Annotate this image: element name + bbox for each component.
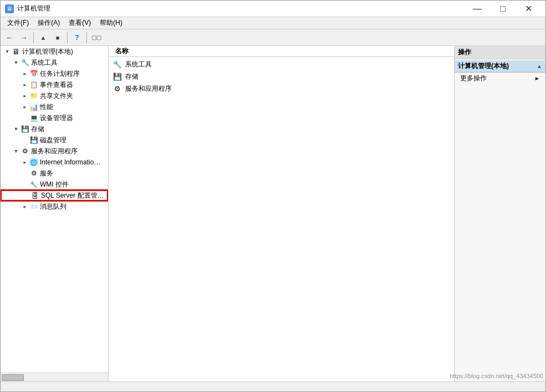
menu-help[interactable]: 帮助(H) xyxy=(95,17,127,29)
tree-item-diskmgr[interactable]: 💾 磁盘管理 xyxy=(1,135,108,146)
expand-event: ► xyxy=(20,80,29,89)
tree-item-msgqueue[interactable]: ► 📨 消息队列 xyxy=(1,201,108,212)
tree-item-svc[interactable]: ⚙ 服务 xyxy=(1,168,108,179)
label-systools: 系统工具 xyxy=(31,58,58,68)
tree-item-iis[interactable]: ► 🌐 Internet Information S xyxy=(1,157,108,168)
expand-storage: ▼ xyxy=(12,125,20,133)
label-devmgr: 设备管理器 xyxy=(40,114,73,123)
expand-svcapp: ▼ xyxy=(12,147,20,156)
label-shared: 共享文件夹 xyxy=(40,91,73,101)
list-item-systools[interactable]: 🔧 系统工具 xyxy=(109,58,454,70)
expand-sqlserver xyxy=(22,191,30,200)
right-action-more[interactable]: 更多操作 ► xyxy=(455,73,545,84)
label-perf: 性能 xyxy=(40,102,53,112)
left-panel: ▼ 🖥 计算机管理(本地) ▼ 🔧 系统工具 ► 📅 任务计划程序 xyxy=(1,46,109,381)
label-storage: 存储 xyxy=(31,125,44,134)
label-iis: Internet Information S xyxy=(40,158,101,166)
list-label-storage: 存储 xyxy=(125,72,138,81)
right-section-title: 计算机管理(本地) ▲ xyxy=(455,60,545,73)
toolbar-separator-3 xyxy=(86,32,87,43)
icon-task: 📅 xyxy=(29,69,38,78)
tree-item-storage[interactable]: ▼ 💾 存储 xyxy=(1,123,108,135)
icon-msgqueue: 📨 xyxy=(29,202,38,211)
label-svcapp: 服务和应用程序 xyxy=(31,147,78,156)
expand-svc xyxy=(20,169,29,178)
expand-perf: ► xyxy=(20,102,29,111)
help-button[interactable]: ? xyxy=(70,31,84,44)
tree-item-svcapp[interactable]: ▼ ⚙ 服务和应用程序 xyxy=(1,146,108,157)
list-label-systools: 系统工具 xyxy=(125,60,152,69)
list-item-svcapp[interactable]: ⚙ 服务和应用程序 xyxy=(109,82,454,95)
tree-item-root[interactable]: ▼ 🖥 计算机管理(本地) xyxy=(1,46,108,57)
icon-sqlserver: 🗄 xyxy=(30,191,39,200)
tree-item-sqlserver[interactable]: 🗄 SQL Server 配置管理器 xyxy=(1,190,108,201)
window-title: 计算机管理 xyxy=(17,4,465,13)
menu-action[interactable]: 操作(A) xyxy=(33,17,64,29)
right-action-more-arrow: ► xyxy=(534,75,540,81)
icon-perf: 📊 xyxy=(29,102,38,111)
expand-msgqueue: ► xyxy=(20,202,29,211)
menu-file[interactable]: 文件(F) xyxy=(3,17,33,29)
icon-shared: 📁 xyxy=(29,91,38,100)
up-button[interactable]: ▲ xyxy=(37,31,50,44)
icon-svc: ⚙ xyxy=(29,169,38,178)
label-root: 计算机管理(本地) xyxy=(22,47,73,56)
icon-systools: 🔧 xyxy=(20,58,29,67)
icon-storage: 💾 xyxy=(20,125,29,133)
icon-event: 📋 xyxy=(29,80,38,89)
tree-item-systools[interactable]: ▼ 🔧 系统工具 xyxy=(1,57,108,68)
tree-item-shared[interactable]: ► 📁 共享文件夹 xyxy=(1,90,108,101)
right-panel: 操作 计算机管理(本地) ▲ 更多操作 ► xyxy=(454,46,545,381)
expand-shared: ► xyxy=(20,91,29,100)
label-diskmgr: 磁盘管理 xyxy=(40,136,66,145)
menu-bar: 文件(F) 操作(A) 查看(V) 帮助(H) xyxy=(1,17,545,29)
label-msgqueue: 消息队列 xyxy=(40,202,66,212)
right-action-more-label: 更多操作 xyxy=(460,74,487,83)
expand-devmgr xyxy=(20,114,29,122)
expand-iis: ► xyxy=(20,158,29,167)
tree-item-perf[interactable]: ► 📊 性能 xyxy=(1,101,108,112)
close-button[interactable]: ✕ xyxy=(516,1,541,17)
maximize-button[interactable]: □ xyxy=(490,1,516,17)
view-button[interactable]: ▢▢ xyxy=(90,31,103,44)
right-section-title-text: 计算机管理(本地) xyxy=(458,61,509,71)
tree-item-wmi[interactable]: 🔧 WMI 控件 xyxy=(1,179,108,190)
tree-item-devmgr[interactable]: 💻 设备管理器 xyxy=(1,112,108,123)
list-item-storage[interactable]: 💾 存储 xyxy=(109,70,454,82)
scroll-thumb[interactable] xyxy=(2,374,24,381)
center-content: 🔧 系统工具 💾 存储 ⚙ 服务和应用程序 xyxy=(109,57,454,381)
forward-button[interactable]: → xyxy=(17,31,30,44)
icon-wmi: 🔧 xyxy=(29,180,38,189)
icon-root: 🖥 xyxy=(12,47,20,56)
tree-item-event[interactable]: ► 📋 事件查看器 xyxy=(1,79,108,90)
title-bar: 🖥 计算机管理 — □ ✕ xyxy=(1,1,545,17)
col-header-name: 名称 xyxy=(111,46,133,57)
menu-view[interactable]: 查看(V) xyxy=(64,17,95,29)
list-label-svcapp: 服务和应用程序 xyxy=(125,84,172,94)
label-event: 事件查看器 xyxy=(40,80,73,90)
left-panel-scrollbar[interactable] xyxy=(1,373,108,381)
minimize-button[interactable]: — xyxy=(465,1,490,17)
back-button[interactable]: ← xyxy=(3,31,16,44)
toolbar-separator-2 xyxy=(67,32,68,43)
show-hide-button[interactable]: ■ xyxy=(51,31,64,44)
tree-item-task[interactable]: ► 📅 任务计划程序 xyxy=(1,68,108,79)
center-panel: 名称 🔧 系统工具 💾 存储 ⚙ 服务和应用程序 xyxy=(109,46,454,381)
right-section-main: 计算机管理(本地) ▲ 更多操作 ► xyxy=(455,59,545,85)
expand-wmi xyxy=(20,180,29,189)
app-icon: 🖥 xyxy=(5,4,14,13)
main-layout: ▼ 🖥 计算机管理(本地) ▼ 🔧 系统工具 ► 📅 任务计划程序 xyxy=(1,46,545,381)
center-header: 名称 xyxy=(109,46,454,57)
icon-devmgr: 💻 xyxy=(29,114,38,122)
list-icon-storage: 💾 xyxy=(113,72,122,81)
icon-iis: 🌐 xyxy=(29,158,38,166)
icon-diskmgr: 💾 xyxy=(29,136,38,145)
label-sqlserver: SQL Server 配置管理器 xyxy=(41,191,107,200)
right-panel-header: 操作 xyxy=(455,46,545,59)
right-section-arrow: ▲ xyxy=(537,63,542,69)
toolbar: ← → ▲ ■ ? ▢▢ xyxy=(1,29,545,46)
icon-svcapp: ⚙ xyxy=(20,147,29,156)
label-task: 任务计划程序 xyxy=(40,69,80,79)
tree-container: ▼ 🖥 计算机管理(本地) ▼ 🔧 系统工具 ► 📅 任务计划程序 xyxy=(1,46,108,373)
window-controls: — □ ✕ xyxy=(465,1,541,17)
